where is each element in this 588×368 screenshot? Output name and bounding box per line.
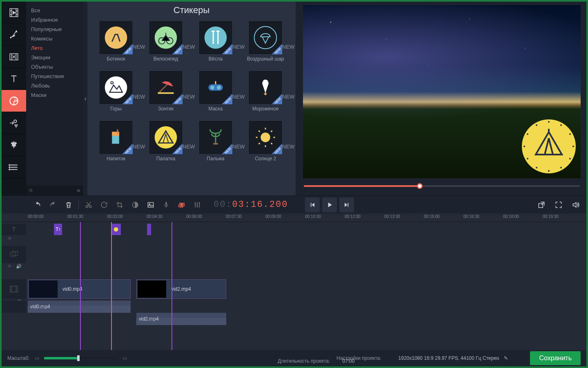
tool-more[interactable] <box>2 156 26 178</box>
zoom-in-icon[interactable]: ▭ <box>122 355 127 361</box>
svg-point-32 <box>548 121 550 123</box>
sticker-1[interactable]: NEWВелосипед <box>145 21 187 67</box>
svg-rect-47 <box>148 202 153 207</box>
tool-media[interactable] <box>2 2 26 24</box>
panel-divider[interactable]: ‹ <box>83 2 87 195</box>
cat-pop[interactable]: Популярные <box>26 25 83 34</box>
cat-all[interactable]: Все <box>26 6 83 15</box>
sticker-clip[interactable] <box>111 224 121 235</box>
svg-point-6 <box>9 164 10 165</box>
rotate-button[interactable] <box>97 197 111 212</box>
edit-settings-icon[interactable]: ✎ <box>504 355 508 361</box>
visibility-icon[interactable]: 👁 <box>7 264 12 269</box>
category-list: Все Избранное Популярные Комиксы Лето Эм… <box>26 2 83 195</box>
equalizer-button[interactable] <box>190 197 205 212</box>
svg-point-36 <box>569 158 571 159</box>
timeline-ruler[interactable]: 00:00:0000:01:3000:03:0000:04:3000:06:00… <box>2 213 586 222</box>
audio-clip-0[interactable]: vid0.mp4 <box>28 301 131 313</box>
tool-animation[interactable] <box>2 134 26 156</box>
svg-rect-49 <box>165 202 167 205</box>
delete-button[interactable] <box>61 197 76 212</box>
svg-rect-18 <box>155 76 177 99</box>
color-button[interactable] <box>128 197 143 212</box>
svg-point-38 <box>548 170 550 172</box>
cat-comics[interactable]: Комиксы <box>26 34 83 43</box>
timeline[interactable]: TT 👁 👁🔊 vid0.mp4 vid2.mp4 👁🔊 vid0.mp4 vi… <box>2 222 586 350</box>
video-clip-0[interactable]: vid0.mp4 <box>28 279 131 299</box>
tool-titles[interactable] <box>2 68 26 90</box>
mic-button[interactable] <box>159 197 174 212</box>
mute-icon[interactable]: 🔊 <box>16 264 22 269</box>
sticker-3[interactable]: NEWВоздушный шар <box>244 21 287 67</box>
sticker-9[interactable]: NEWПалатка <box>145 121 187 167</box>
title-clip-2[interactable] <box>147 224 151 235</box>
svg-point-35 <box>572 146 574 147</box>
panel-title: Стикеры <box>95 5 288 16</box>
svg-point-33 <box>560 124 562 126</box>
sticker-8[interactable]: NEWНапиток <box>95 121 137 167</box>
cat-love[interactable]: Любовь <box>26 81 83 90</box>
sticker-6[interactable]: NEWМаска <box>194 71 237 117</box>
settings-button[interactable] <box>174 197 189 212</box>
svg-point-9 <box>29 189 32 191</box>
clear-icon[interactable]: ✕ <box>76 188 81 194</box>
cut-button[interactable] <box>81 197 96 212</box>
preview-viewport[interactable] <box>303 5 581 178</box>
tool-transitions[interactable] <box>2 46 26 68</box>
cat-travel[interactable]: Путешествия <box>26 72 83 81</box>
title-clip[interactable]: TT <box>54 224 62 235</box>
track-titles-header[interactable] <box>2 224 26 235</box>
sticker-10[interactable]: NEWПальма <box>194 121 237 167</box>
cat-masks[interactable]: Маски <box>26 90 83 100</box>
redo-button[interactable] <box>46 197 60 212</box>
cat-fav[interactable]: Избранное <box>26 15 83 25</box>
video-clip-2[interactable]: vid2.mp4 <box>136 279 226 299</box>
sticker-0[interactable]: NEWБотинок <box>95 21 137 67</box>
svg-point-21 <box>210 85 214 90</box>
sticker-2[interactable]: NEWВёсла <box>194 21 237 67</box>
audio-clip-2[interactable]: vid2.mp4 <box>136 313 226 325</box>
svg-point-43 <box>536 124 537 126</box>
cat-objects[interactable]: Объекты <box>26 62 83 72</box>
chevron-left-icon: ‹ <box>85 95 87 102</box>
zoom-slider[interactable] <box>44 357 118 359</box>
project-duration-value: 07:00 <box>342 358 354 364</box>
fullscreen-button[interactable] <box>551 197 566 212</box>
playhead[interactable] <box>111 222 112 350</box>
tool-callouts[interactable] <box>2 112 26 134</box>
play-button[interactable] <box>322 197 337 212</box>
tool-filters[interactable] <box>2 24 26 46</box>
category-search[interactable]: ✕ <box>26 186 83 195</box>
preview-seek-slider[interactable] <box>304 182 580 190</box>
sticker-7[interactable]: NEWМороженое <box>244 71 287 117</box>
editor-toolbar: 00:03:16.200 <box>2 195 586 213</box>
tool-sidebar <box>2 2 26 195</box>
cat-summer[interactable]: Лето <box>26 43 83 53</box>
visibility-icon[interactable]: 👁 <box>7 236 12 241</box>
tool-stickers[interactable] <box>2 90 26 112</box>
prev-button[interactable] <box>305 197 320 212</box>
save-button[interactable]: Сохранить <box>530 351 581 365</box>
popout-button[interactable] <box>534 197 549 212</box>
svg-point-40 <box>527 158 528 159</box>
svg-point-8 <box>9 169 10 170</box>
svg-point-2 <box>10 37 11 38</box>
sticker-11[interactable]: NEWСолнце 2 <box>244 121 287 167</box>
volume-button[interactable] <box>568 197 583 212</box>
next-button[interactable] <box>339 197 354 212</box>
sticker-5[interactable]: NEWЗонтик <box>145 71 187 117</box>
undo-button[interactable] <box>30 197 45 212</box>
image-button[interactable] <box>143 197 158 212</box>
cat-emotions[interactable]: Эмоции <box>26 53 83 62</box>
track-video-header[interactable] <box>2 279 26 299</box>
svg-point-34 <box>569 133 571 135</box>
stickers-panel: Стикеры NEWБотинокNEWВелосипедNEWВёслаNE… <box>87 2 296 195</box>
track-overlay-header[interactable] <box>2 246 26 263</box>
sticker-overlay-tent[interactable] <box>520 118 577 175</box>
svg-rect-53 <box>10 252 16 256</box>
sticker-4[interactable]: NEWГоры <box>95 71 137 117</box>
svg-point-39 <box>536 167 537 168</box>
zoom-out-icon[interactable]: ▭ <box>35 355 39 361</box>
svg-point-31 <box>522 119 576 173</box>
crop-button[interactable] <box>112 197 127 212</box>
